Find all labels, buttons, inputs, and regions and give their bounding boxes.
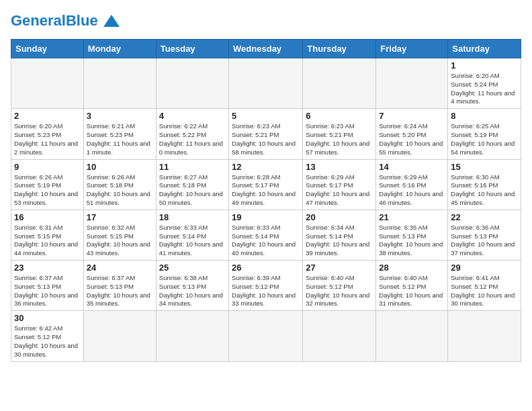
calendar-week-row: 1Sunrise: 6:20 AM Sunset: 5:24 PM Daylig… xyxy=(11,58,521,109)
calendar-cell xyxy=(83,58,156,109)
day-info: Sunrise: 6:25 AM Sunset: 5:19 PM Dayligh… xyxy=(451,122,518,156)
calendar-cell: 25Sunrise: 6:38 AM Sunset: 5:13 PM Dayli… xyxy=(156,261,228,311)
calendar-cell: 24Sunrise: 6:37 AM Sunset: 5:13 PM Dayli… xyxy=(83,261,156,311)
svg-marker-0 xyxy=(103,15,120,27)
calendar-cell xyxy=(376,58,448,109)
day-number: 18 xyxy=(159,212,226,222)
day-number: 28 xyxy=(379,263,445,273)
day-header-sunday: Sunday xyxy=(11,40,84,58)
calendar-cell: 6Sunrise: 6:23 AM Sunset: 5:21 PM Daylig… xyxy=(303,109,376,159)
calendar-week-row: 9Sunrise: 6:26 AM Sunset: 5:19 PM Daylig… xyxy=(11,159,521,210)
calendar-cell xyxy=(156,311,228,361)
day-info: Sunrise: 6:33 AM Sunset: 5:14 PM Dayligh… xyxy=(232,224,300,258)
day-info: Sunrise: 6:37 AM Sunset: 5:13 PM Dayligh… xyxy=(14,274,81,308)
day-info: Sunrise: 6:26 AM Sunset: 5:18 PM Dayligh… xyxy=(87,173,153,208)
calendar-week-row: 2Sunrise: 6:20 AM Sunset: 5:23 PM Daylig… xyxy=(11,109,521,159)
calendar-cell: 9Sunrise: 6:26 AM Sunset: 5:19 PM Daylig… xyxy=(11,159,84,210)
day-number: 8 xyxy=(451,111,518,121)
calendar-table: SundayMondayTuesdayWednesdayThursdayFrid… xyxy=(11,39,521,362)
day-number: 1 xyxy=(451,60,518,71)
day-number: 9 xyxy=(14,162,81,172)
day-number: 29 xyxy=(451,263,518,273)
calendar-cell xyxy=(229,311,303,361)
day-header-friday: Friday xyxy=(376,40,448,58)
calendar-cell: 10Sunrise: 6:26 AM Sunset: 5:18 PM Dayli… xyxy=(83,159,156,210)
day-info: Sunrise: 6:26 AM Sunset: 5:19 PM Dayligh… xyxy=(14,173,81,208)
day-header-wednesday: Wednesday xyxy=(229,40,303,58)
calendar-cell: 17Sunrise: 6:32 AM Sunset: 5:15 PM Dayli… xyxy=(83,210,156,260)
day-number: 6 xyxy=(306,111,373,121)
calendar-cell: 1Sunrise: 6:20 AM Sunset: 5:24 PM Daylig… xyxy=(448,58,521,109)
calendar-cell: 22Sunrise: 6:36 AM Sunset: 5:13 PM Dayli… xyxy=(448,210,521,260)
day-info: Sunrise: 6:41 AM Sunset: 5:12 PM Dayligh… xyxy=(451,274,518,308)
day-number: 23 xyxy=(14,263,81,273)
calendar-cell: 30Sunrise: 6:42 AM Sunset: 5:12 PM Dayli… xyxy=(11,311,84,361)
calendar-cell: 16Sunrise: 6:31 AM Sunset: 5:15 PM Dayli… xyxy=(11,210,84,260)
calendar-cell: 19Sunrise: 6:33 AM Sunset: 5:14 PM Dayli… xyxy=(229,210,303,260)
calendar-cell: 21Sunrise: 6:35 AM Sunset: 5:13 PM Dayli… xyxy=(376,210,448,260)
day-info: Sunrise: 6:21 AM Sunset: 5:23 PM Dayligh… xyxy=(87,122,153,156)
calendar-week-row: 16Sunrise: 6:31 AM Sunset: 5:15 PM Dayli… xyxy=(11,210,521,260)
calendar-cell: 5Sunrise: 6:23 AM Sunset: 5:21 PM Daylig… xyxy=(229,109,303,159)
day-number: 19 xyxy=(232,212,300,222)
day-number: 21 xyxy=(379,212,445,222)
calendar-cell xyxy=(303,58,376,109)
day-number: 14 xyxy=(379,162,445,172)
day-info: Sunrise: 6:35 AM Sunset: 5:13 PM Dayligh… xyxy=(379,224,445,258)
day-number: 17 xyxy=(87,212,153,222)
day-info: Sunrise: 6:31 AM Sunset: 5:15 PM Dayligh… xyxy=(14,224,81,258)
calendar-cell: 8Sunrise: 6:25 AM Sunset: 5:19 PM Daylig… xyxy=(448,109,521,159)
calendar-cell: 3Sunrise: 6:21 AM Sunset: 5:23 PM Daylig… xyxy=(83,109,156,159)
calendar-cell: 2Sunrise: 6:20 AM Sunset: 5:23 PM Daylig… xyxy=(11,109,84,159)
day-info: Sunrise: 6:24 AM Sunset: 5:20 PM Dayligh… xyxy=(379,122,445,156)
day-info: Sunrise: 6:33 AM Sunset: 5:14 PM Dayligh… xyxy=(159,224,226,258)
logo-text-blue: General xyxy=(11,12,66,29)
calendar-cell: 23Sunrise: 6:37 AM Sunset: 5:13 PM Dayli… xyxy=(11,261,84,311)
day-number: 4 xyxy=(159,111,226,121)
calendar-week-row: 23Sunrise: 6:37 AM Sunset: 5:13 PM Dayli… xyxy=(11,261,521,311)
calendar-cell xyxy=(448,311,521,361)
page-header: GeneralBlue xyxy=(11,11,521,31)
day-info: Sunrise: 6:20 AM Sunset: 5:24 PM Dayligh… xyxy=(451,72,518,106)
day-info: Sunrise: 6:32 AM Sunset: 5:15 PM Dayligh… xyxy=(87,224,153,258)
day-info: Sunrise: 6:23 AM Sunset: 5:21 PM Dayligh… xyxy=(232,122,300,156)
day-header-thursday: Thursday xyxy=(303,40,376,58)
day-info: Sunrise: 6:23 AM Sunset: 5:21 PM Dayligh… xyxy=(306,122,373,156)
calendar-cell: 26Sunrise: 6:39 AM Sunset: 5:12 PM Dayli… xyxy=(229,261,303,311)
day-number: 26 xyxy=(232,263,300,273)
day-number: 12 xyxy=(232,162,300,172)
day-number: 22 xyxy=(451,212,518,222)
logo-triangle-icon xyxy=(102,13,121,28)
day-number: 20 xyxy=(306,212,373,222)
calendar-cell xyxy=(376,311,448,361)
calendar-cell: 7Sunrise: 6:24 AM Sunset: 5:20 PM Daylig… xyxy=(376,109,448,159)
day-info: Sunrise: 6:38 AM Sunset: 5:13 PM Dayligh… xyxy=(159,274,226,308)
calendar-cell xyxy=(11,58,84,109)
day-info: Sunrise: 6:39 AM Sunset: 5:12 PM Dayligh… xyxy=(232,274,300,308)
day-info: Sunrise: 6:28 AM Sunset: 5:17 PM Dayligh… xyxy=(232,173,300,208)
day-info: Sunrise: 6:30 AM Sunset: 5:16 PM Dayligh… xyxy=(451,173,518,208)
calendar-cell xyxy=(83,311,156,361)
day-number: 2 xyxy=(14,111,81,121)
logo-text-general: GeneralBlue xyxy=(11,13,98,28)
calendar-cell: 27Sunrise: 6:40 AM Sunset: 5:12 PM Dayli… xyxy=(303,261,376,311)
calendar-cell: 11Sunrise: 6:27 AM Sunset: 5:18 PM Dayli… xyxy=(156,159,228,210)
calendar-week-row: 30Sunrise: 6:42 AM Sunset: 5:12 PM Dayli… xyxy=(11,311,521,361)
day-header-tuesday: Tuesday xyxy=(156,40,228,58)
day-number: 7 xyxy=(379,111,445,121)
day-number: 30 xyxy=(14,313,81,323)
day-info: Sunrise: 6:40 AM Sunset: 5:12 PM Dayligh… xyxy=(379,274,445,308)
calendar-cell: 18Sunrise: 6:33 AM Sunset: 5:14 PM Dayli… xyxy=(156,210,228,260)
day-number: 15 xyxy=(451,162,518,172)
calendar-cell: 29Sunrise: 6:41 AM Sunset: 5:12 PM Dayli… xyxy=(448,261,521,311)
calendar-cell: 15Sunrise: 6:30 AM Sunset: 5:16 PM Dayli… xyxy=(448,159,521,210)
day-number: 5 xyxy=(232,111,300,121)
day-info: Sunrise: 6:36 AM Sunset: 5:13 PM Dayligh… xyxy=(451,224,518,258)
calendar-cell xyxy=(303,311,376,361)
calendar-cell xyxy=(229,58,303,109)
calendar-cell: 28Sunrise: 6:40 AM Sunset: 5:12 PM Dayli… xyxy=(376,261,448,311)
day-info: Sunrise: 6:29 AM Sunset: 5:16 PM Dayligh… xyxy=(379,173,445,208)
day-header-saturday: Saturday xyxy=(448,40,521,58)
calendar-cell: 12Sunrise: 6:28 AM Sunset: 5:17 PM Dayli… xyxy=(229,159,303,210)
day-info: Sunrise: 6:40 AM Sunset: 5:12 PM Dayligh… xyxy=(306,274,373,308)
